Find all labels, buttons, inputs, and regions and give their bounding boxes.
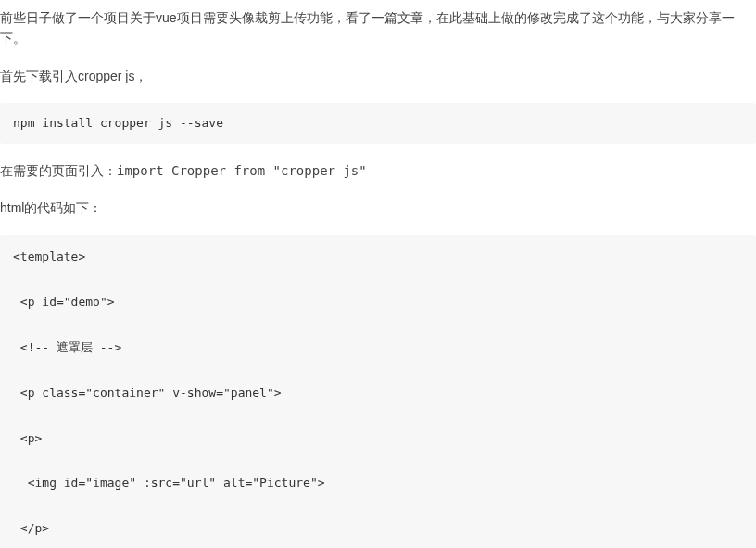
npm-install-code: npm install cropper js --save xyxy=(0,103,756,144)
code-line: <p id="demo"> xyxy=(13,293,743,312)
html-template-code: <template> <p id="demo"> <!-- 遮罩层 --> <p… xyxy=(0,235,756,548)
import-code: import Cropper from "cropper js" xyxy=(117,163,367,178)
code-line: <p> xyxy=(13,429,743,449)
code-line: </p> xyxy=(13,519,743,539)
code-line: <!-- 遮罩层 --> xyxy=(13,338,743,358)
code-line: <p class="container" v-show="panel"> xyxy=(13,384,743,403)
download-paragraph: 首先下载引入cropper js， xyxy=(0,66,756,86)
import-paragraph: 在需要的页面引入：import Cropper from "cropper js… xyxy=(0,160,756,181)
html-label-paragraph: html的代码如下： xyxy=(0,198,756,218)
code-line: <img id="image" :src="url" alt="Picture"… xyxy=(13,474,743,493)
import-prefix: 在需要的页面引入： xyxy=(0,163,117,178)
code-line: <template> xyxy=(13,248,743,267)
intro-paragraph: 前些日子做了一个项目关于vue项目需要头像裁剪上传功能，看了一篇文章，在此基础上… xyxy=(0,7,756,49)
